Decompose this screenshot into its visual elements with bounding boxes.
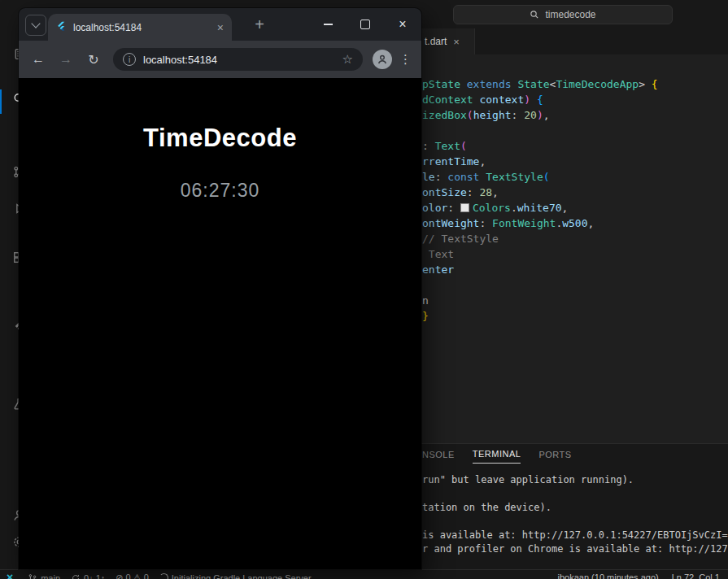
site-info-icon[interactable]: i <box>123 53 136 66</box>
chevron-down-icon <box>31 19 40 28</box>
status-item[interactable]: ⊘ 0 ⚠ 0 <box>116 572 148 579</box>
loading-spinner-icon <box>159 573 168 579</box>
command-center-search[interactable]: timedecode <box>453 5 673 24</box>
close-button[interactable]: × <box>384 8 421 41</box>
web-page: TimeDecode 06:27:30 <box>19 78 421 569</box>
code-line <box>422 123 728 138</box>
branch-icon <box>28 573 37 579</box>
browser-tab-strip: localhost:54184 × + × <box>19 8 421 41</box>
terminal-line <box>422 487 728 501</box>
code-line: le: const TextStyle( <box>422 169 728 185</box>
color-preview-swatch <box>460 203 469 212</box>
new-tab-button[interactable]: + <box>248 13 271 36</box>
code-line: Text <box>422 246 728 262</box>
status-right-items: jbokaan (10 minutes ago)Ln 72, Col 1 <box>558 572 720 579</box>
code-line <box>422 277 728 293</box>
panel-tab-ports[interactable]: PORTS <box>538 446 571 464</box>
tab-search-button[interactable] <box>25 15 46 36</box>
tab-close-icon[interactable]: × <box>217 21 224 34</box>
code-line: ontSize: 28, <box>422 185 728 200</box>
bookmark-star-icon[interactable]: ☆ <box>342 52 353 67</box>
terminal-line: tation on the device). <box>422 501 728 515</box>
status-bar: × main0↓ 1↑⊘ 0 ⚠ 0Initializing Gradle La… <box>0 569 728 579</box>
panel-tab-nsole[interactable]: NSOLE <box>422 446 455 464</box>
forward-button[interactable]: → <box>53 52 79 67</box>
code-line: ontWeight: FontWeight.w500, <box>422 215 728 231</box>
window-controls: × <box>309 8 421 41</box>
browser-window: localhost:54184 × + × ← → ↻ i localhost:… <box>19 8 421 569</box>
clock-display: 06:27:30 <box>19 180 421 202</box>
minimize-button[interactable] <box>309 8 347 41</box>
profile-avatar[interactable] <box>373 50 392 69</box>
close-icon[interactable]: × <box>453 36 460 48</box>
active-view-indicator <box>0 89 2 114</box>
code-line: } <box>422 308 728 324</box>
code-line: // TextStyle <box>422 231 728 246</box>
code-line: enter <box>422 262 728 277</box>
url-text: localhost:54184 <box>143 54 335 66</box>
code-line: pState extends State<TimeDecodeApp> { <box>422 76 728 92</box>
reload-button[interactable]: ↻ <box>81 52 107 67</box>
browser-tab[interactable]: localhost:54184 × <box>48 14 232 41</box>
terminal-line: r and profiler on Chrome is available at… <box>422 542 728 556</box>
code-line: : Text( <box>422 138 728 154</box>
status-item[interactable]: jbokaan (10 minutes ago) <box>558 572 659 579</box>
terminal-line: run" but leave application running). <box>422 473 728 487</box>
status-item[interactable]: Ln 72, Col 1 <box>672 572 720 579</box>
code-line: olor: Colors.white70, <box>422 200 728 215</box>
terminal-line: is available at: http://127.0.0.1:54227/… <box>422 529 728 542</box>
status-left-items: main0↓ 1↑⊘ 0 ⚠ 0Initializing Gradle Lang… <box>28 572 311 579</box>
status-item[interactable]: main <box>28 572 60 579</box>
search-query: timedecode <box>545 9 595 20</box>
back-button[interactable]: ← <box>25 52 51 67</box>
maximize-button[interactable] <box>347 8 384 41</box>
browser-menu-icon[interactable]: ⋮ <box>397 52 415 67</box>
app-title: TimeDecode <box>19 124 421 153</box>
code-line: dContext context) { <box>422 92 728 107</box>
flutter-icon <box>56 21 67 34</box>
tab-title: localhost:54184 <box>73 22 142 33</box>
panel-tab-terminal[interactable]: TERMINAL <box>473 446 521 464</box>
code-line: n <box>422 293 728 308</box>
address-bar[interactable]: i localhost:54184 ☆ <box>113 48 363 71</box>
search-icon <box>530 10 539 20</box>
status-item[interactable]: 0↓ 1↑ <box>71 572 105 579</box>
code-line: rrentTime, <box>422 154 728 169</box>
code-line: izedBox(height: 20), <box>422 107 728 123</box>
status-item[interactable]: Initializing Gradle Language Server <box>159 572 312 579</box>
remote-indicator-icon[interactable]: × <box>7 572 13 579</box>
terminal-output[interactable]: run" but leave application running). tat… <box>422 473 728 556</box>
browser-toolbar: ← → ↻ i localhost:54184 ☆ ⋮ <box>19 41 421 78</box>
terminal-line <box>422 515 728 529</box>
sync-icon <box>71 573 81 579</box>
tab-label: t.dart <box>425 36 447 47</box>
panel-tab-bar: NSOLETERMINALPORTS <box>422 444 572 465</box>
